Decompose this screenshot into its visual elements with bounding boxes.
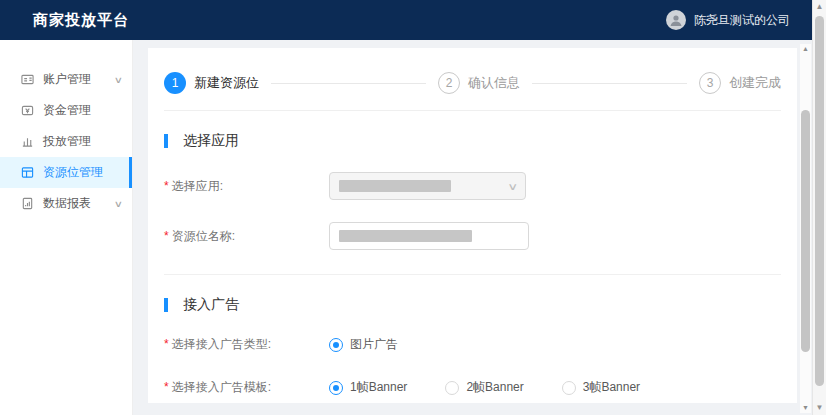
scrollbar-thumb[interactable] — [815, 16, 824, 386]
scroll-up-arrow[interactable]: ▲ — [800, 44, 811, 54]
ad-type-radio-group: 图片广告 — [329, 336, 398, 353]
app-select-dropdown[interactable]: ∨ — [329, 172, 526, 200]
window-scrollbar[interactable]: ▲ ▼ — [812, 0, 826, 415]
radio-label: 2帧Banner — [466, 379, 523, 396]
grid-layout-icon — [21, 166, 34, 179]
stepper: 1 新建资源位 2 确认信息 3 创建完成 — [164, 72, 781, 94]
sidebar-item-label: 数据报表 — [43, 195, 91, 212]
radio-image-ad[interactable]: 图片广告 — [329, 336, 398, 353]
chevron-down-icon: ∨ — [114, 199, 123, 209]
step-connector — [271, 83, 426, 84]
form-row-ad-template: *选择接入广告模板: 1帧Banner 2帧Banner 3帧Banner — [164, 379, 781, 396]
required-asterisk: * — [164, 380, 169, 394]
scrollbar-thumb[interactable] — [801, 110, 810, 352]
sidebar-item-resource[interactable]: 资源位管理 — [0, 157, 132, 188]
id-card-icon — [21, 73, 34, 86]
radio-1-frame-banner[interactable]: 1帧Banner — [329, 379, 407, 396]
field-label: *选择接入广告模板: — [164, 379, 329, 396]
step-number: 2 — [438, 72, 460, 94]
step-label: 确认信息 — [468, 74, 520, 92]
scroll-down-arrow[interactable]: ▼ — [813, 401, 826, 415]
content-card: 1 新建资源位 2 确认信息 3 创建完成 选择应用 — [148, 48, 797, 403]
step-number: 3 — [699, 72, 721, 94]
sidebar-item-label: 投放管理 — [43, 133, 91, 150]
sidebar-item-reports[interactable]: 数据报表 ∨ — [0, 188, 132, 219]
section-accent-bar — [164, 134, 168, 148]
required-asterisk: * — [164, 179, 169, 193]
report-doc-icon — [21, 197, 34, 210]
step-create-done: 3 创建完成 — [699, 72, 781, 94]
template-radio-group: 1帧Banner 2帧Banner 3帧Banner — [329, 379, 678, 396]
sidebar-item-delivery[interactable]: 投放管理 — [0, 126, 132, 157]
radio-icon — [329, 338, 343, 352]
radio-icon — [329, 381, 343, 395]
chevron-down-icon: ∨ — [114, 75, 123, 85]
step-connector — [532, 83, 687, 84]
scroll-up-arrow[interactable]: ▲ — [813, 0, 826, 14]
top-header: 商家投放平台 陈尧旦测试的公司 — [0, 0, 812, 40]
form-row-app-select: *选择应用: ∨ — [164, 172, 781, 200]
radio-label: 1帧Banner — [350, 379, 407, 396]
sidebar-item-label: 账户管理 — [43, 71, 91, 88]
sidebar-item-label: 资源位管理 — [43, 164, 103, 181]
radio-label: 图片广告 — [350, 336, 398, 353]
sidebar-nav: 账户管理 ∨ 资金管理 投放管理 资源位管理 数据报表 ∨ — [0, 40, 133, 415]
required-asterisk: * — [164, 337, 169, 351]
section-accent-bar — [164, 298, 168, 312]
section-title-text: 接入广告 — [183, 296, 239, 314]
field-label: *选择接入广告类型: — [164, 336, 329, 353]
main-area: 1 新建资源位 2 确认信息 3 创建完成 选择应用 — [133, 40, 812, 415]
user-avatar-icon — [666, 10, 686, 30]
step-new-resource: 1 新建资源位 — [164, 72, 259, 94]
redacted-select-value — [339, 180, 451, 192]
field-label: *选择应用: — [164, 178, 329, 195]
required-asterisk: * — [164, 229, 169, 243]
form-row-ad-type: *选择接入广告类型: 图片广告 — [164, 336, 781, 353]
sidebar-item-account[interactable]: 账户管理 ∨ — [0, 64, 132, 95]
radio-2-frame-banner[interactable]: 2帧Banner — [445, 379, 523, 396]
user-name: 陈尧旦测试的公司 — [694, 12, 790, 29]
step-label: 创建完成 — [729, 74, 781, 92]
radio-icon — [445, 381, 459, 395]
step-number: 1 — [164, 72, 186, 94]
content-scrollbar[interactable]: ▲ ▼ — [800, 44, 811, 413]
radio-label: 3帧Banner — [583, 379, 640, 396]
field-label: *资源位名称: — [164, 228, 329, 245]
step-confirm-info: 2 确认信息 — [438, 72, 520, 94]
divider — [164, 274, 781, 275]
section-title-choose-app: 选择应用 — [164, 132, 781, 150]
sidebar-item-funds[interactable]: 资金管理 — [0, 95, 132, 126]
scroll-down-arrow[interactable]: ▼ — [800, 403, 811, 413]
chevron-down-icon: ∨ — [507, 181, 518, 192]
money-icon — [21, 104, 34, 117]
page-body: 账户管理 ∨ 资金管理 投放管理 资源位管理 数据报表 ∨ 1 — [0, 40, 812, 415]
form-row-resource-name: *资源位名称: — [164, 222, 781, 250]
section-title-ad-access: 接入广告 — [164, 296, 781, 314]
redacted-input-value — [339, 230, 472, 242]
step-label: 新建资源位 — [194, 74, 259, 92]
sidebar-item-label: 资金管理 — [43, 102, 91, 119]
divider — [164, 110, 781, 111]
user-menu[interactable]: 陈尧旦测试的公司 — [666, 10, 812, 30]
section-title-text: 选择应用 — [183, 132, 239, 150]
bar-chart-icon — [21, 135, 34, 148]
app-title: 商家投放平台 — [0, 11, 129, 30]
resource-name-input[interactable] — [329, 222, 529, 250]
radio-3-frame-banner[interactable]: 3帧Banner — [562, 379, 640, 396]
radio-icon — [562, 381, 576, 395]
